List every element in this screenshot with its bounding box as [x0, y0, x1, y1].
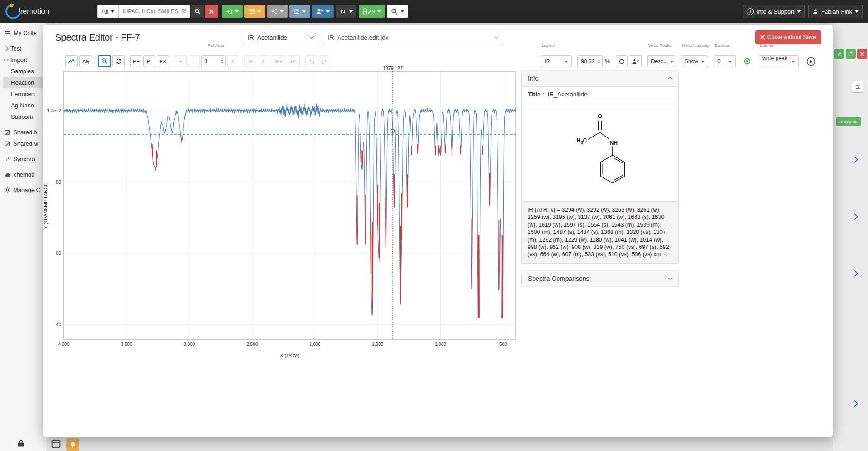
- close-without-save-button[interactable]: Close without Save: [755, 30, 821, 44]
- calendar-icon[interactable]: [51, 438, 61, 448]
- lock-icon[interactable]: [16, 438, 25, 448]
- open-detail-chevron[interactable]: [853, 400, 857, 408]
- decimal-select[interactable]: 0: [714, 55, 736, 67]
- tasks-button[interactable]: [289, 5, 310, 18]
- spectra-comparisons-accordion-header[interactable]: Spectra Comparisons: [521, 270, 679, 287]
- sidebar-item-label: Ferrocen: [11, 91, 35, 97]
- methyl-label: H3C: [577, 137, 587, 145]
- threshold-unit: %: [605, 58, 610, 65]
- stepper-icons[interactable]: [221, 58, 223, 65]
- inbox-button[interactable]: [244, 5, 265, 18]
- spectrum-select[interactable]: IR_Acetanilide: [243, 30, 318, 45]
- ref-area-label: Ref Area: [208, 43, 224, 48]
- svg-text:1,000: 1,000: [435, 342, 446, 347]
- sidebar-item-shared-by-me[interactable]: Shared b: [3, 127, 46, 138]
- sidebar-item-chemotion-repo[interactable]: chemoti: [3, 169, 46, 180]
- arrow-right-bracket-icon: [226, 9, 232, 15]
- user-icon: [812, 9, 818, 15]
- transfer-button[interactable]: [222, 5, 243, 18]
- svg-text:3,500: 3,500: [121, 342, 132, 347]
- caret-down-icon: [728, 61, 732, 65]
- open-detail-chevron[interactable]: [853, 156, 857, 164]
- search-input[interactable]: [118, 5, 190, 18]
- sidebar-item-label: Shared w: [13, 140, 38, 147]
- background-green-button[interactable]: [834, 49, 844, 59]
- open-detail-chevron[interactable]: [853, 269, 857, 278]
- background-filter-button[interactable]: [852, 81, 863, 93]
- background-close-button[interactable]: [857, 49, 867, 59]
- chevron-down-icon: [668, 275, 673, 280]
- sidebar-item-label: Import: [10, 56, 27, 63]
- info-accordion-header[interactable]: Info: [521, 70, 679, 87]
- write-peaks-value: Desc...: [651, 58, 668, 65]
- svg-text:1,500: 1,500: [372, 342, 383, 347]
- submit-select[interactable]: write peak ...: [759, 55, 799, 67]
- sidebar-item-reaction[interactable]: Reaction: [3, 77, 46, 88]
- sidebar-item-my-collections[interactable]: My Colle: [3, 27, 46, 39]
- sidebar-item-samples[interactable]: Samples: [3, 66, 46, 77]
- refresh-button[interactable]: [616, 55, 628, 67]
- import-export-button[interactable]: [335, 5, 357, 18]
- app-root: { "navbar": { "brand_text": "hemotion", …: [0, 0, 868, 451]
- caret-down-icon: [855, 10, 858, 15]
- caret-down-icon: [235, 10, 239, 15]
- jdx-file-select[interactable]: IR_Acetanilide.edit.jdx: [323, 30, 503, 45]
- sidebar-item-ag-nano[interactable]: Ag-Nano: [3, 100, 46, 111]
- sidebar-item-shared-with-me[interactable]: Shared w: [3, 138, 46, 149]
- redo-icon: [321, 58, 328, 65]
- play-circle-icon: [807, 57, 816, 66]
- user-menu-dropdown[interactable]: Fabian Fink: [808, 5, 863, 18]
- layout-select[interactable]: IR: [541, 55, 572, 67]
- molecule-structure: O H3C NH: [538, 105, 661, 199]
- share-button[interactable]: [267, 5, 288, 18]
- sidebar-item-supporting[interactable]: Supporti: [3, 111, 46, 122]
- sidebar-item-ferrocene[interactable]: Ferrocen: [3, 88, 46, 100]
- pencil-square-icon: [5, 141, 10, 147]
- ir-spectrum-chart[interactable]: 4,0003,5003,0002,5002,0001,5001,0005001.…: [43, 65, 519, 365]
- svg-text:40: 40: [56, 322, 61, 327]
- sidebar-item-label: Supporti: [11, 113, 33, 120]
- sidebar-item-synchronized[interactable]: Synchro: [3, 153, 46, 165]
- refresh-icon: [619, 58, 625, 65]
- user-name-label: Fabian Fink: [821, 8, 852, 15]
- zoom-in-icon: [101, 58, 108, 65]
- spectrum-title-row: Title : IR_Acetanilide: [521, 87, 679, 102]
- background-detail-panel: analysis: [833, 23, 868, 451]
- add-collaborator-button[interactable]: [312, 5, 334, 18]
- user-check-button[interactable]: [629, 55, 642, 67]
- sliders-icon: [855, 84, 861, 90]
- clear-search-button[interactable]: [205, 5, 218, 18]
- background-save-button[interactable]: [846, 49, 856, 59]
- navbar-right: i Info & Support Fabian Fink: [743, 5, 863, 18]
- write-peaks-select[interactable]: Desc...: [647, 55, 675, 67]
- notifications-bell-button[interactable]: [66, 438, 79, 451]
- cloud-icon: [5, 172, 11, 177]
- svg-text:4,000: 4,000: [58, 342, 69, 347]
- caret-down-icon: [280, 10, 284, 15]
- sidebar-item-test[interactable]: Test: [3, 43, 46, 54]
- sidebar-item-label: Synchro: [13, 156, 35, 162]
- auto-assign-button[interactable]: [741, 55, 753, 67]
- structure-search-button[interactable]: Q: [387, 5, 408, 18]
- info-header-label: Info: [528, 75, 538, 82]
- report-edit-icon: %: [363, 8, 375, 15]
- person-plus-icon: [316, 8, 323, 15]
- top-navbar: hemotion All: [0, 0, 868, 23]
- search-button[interactable]: [190, 5, 205, 18]
- report-button[interactable]: %: [359, 5, 385, 18]
- envelope-icon: [249, 9, 255, 14]
- caret-down-icon: [792, 61, 795, 65]
- undo-icon: [308, 58, 315, 65]
- open-detail-chevron[interactable]: [853, 213, 857, 221]
- submit-play-button[interactable]: [804, 55, 818, 67]
- sidebar-item-manage-collections[interactable]: Manage C: [3, 184, 46, 196]
- sidebar-item-import[interactable]: Import: [3, 54, 46, 66]
- threshold-input[interactable]: 90,32: [577, 55, 603, 67]
- spectrum-chart-area: 4,0003,5003,0002,5002,0001,5001,0005001.…: [43, 65, 519, 365]
- write-intensity-select[interactable]: Show: [681, 55, 708, 67]
- search-scope-dropdown[interactable]: All: [97, 5, 118, 18]
- sidebar-item-label: Samples: [11, 68, 34, 75]
- chemotion-logo[interactable]: hemotion: [5, 4, 96, 19]
- info-support-dropdown[interactable]: i Info & Support: [743, 5, 805, 18]
- stepper-icons[interactable]: [598, 58, 600, 65]
